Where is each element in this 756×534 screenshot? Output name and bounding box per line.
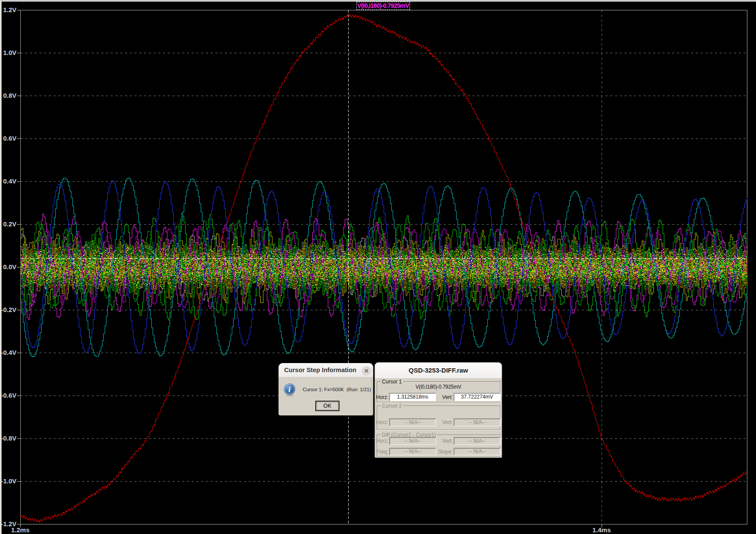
svg-text:i: i	[288, 385, 291, 394]
